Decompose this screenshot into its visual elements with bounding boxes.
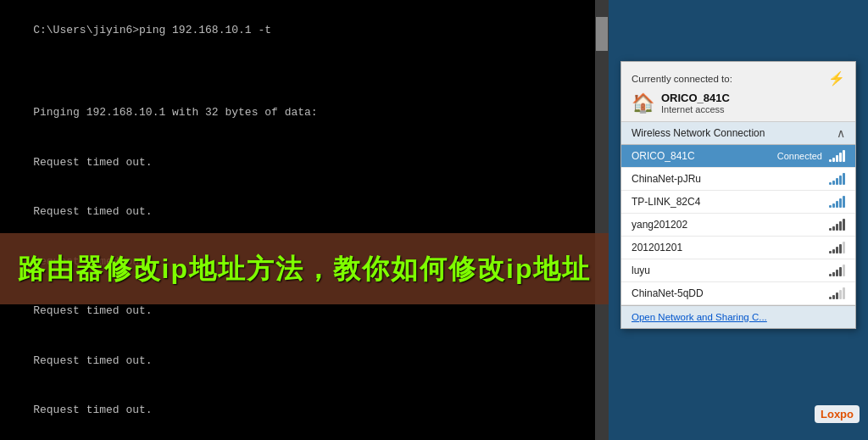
wifi-network-name-3: yang201202	[632, 219, 687, 231]
signal-icon-6	[829, 287, 845, 299]
cmd-prompt: C:\Users\jiyin6>ping 192.168.10.1 -t	[33, 24, 271, 36]
watermark-text: Loxpo	[821, 408, 854, 421]
connected-network-row: 🏠 ORICO_841C Internet access	[632, 92, 845, 114]
wifi-network-name-4: 201201201	[632, 242, 682, 253]
connected-network-name: ORICO_841C	[661, 92, 730, 104]
wifi-footer-text: Open Network and Sharing C...	[632, 312, 767, 322]
wifi-panel: Currently connected to: ⚡ 🏠 ORICO_841C I…	[609, 0, 868, 440]
lightning-icon: ⚡	[828, 70, 845, 86]
cmd-line5: Request timed out.	[33, 304, 152, 317]
cmd-line1: Pinging 192.168.10.1 with 32 bytes of da…	[33, 106, 317, 119]
cmd-line6: Request timed out.	[33, 354, 152, 367]
wifi-popup: Currently connected to: ⚡ 🏠 ORICO_841C I…	[620, 61, 856, 329]
watermark: Loxpo	[815, 405, 860, 423]
wifi-network-item-4[interactable]: 201201201	[621, 237, 855, 259]
wifi-network-name-1: ChinaNet-pJRu	[632, 173, 701, 185]
wifi-network-list: ORICO_841C Connected ChinaNet-pJRu	[621, 145, 855, 305]
wifi-network-name-5: luyu	[632, 265, 650, 276]
wifi-section-header[interactable]: Wireless Network Connection ∧	[621, 122, 855, 145]
signal-icon-4	[829, 242, 845, 253]
connected-label-text: Currently connected to:	[632, 74, 732, 84]
cmd-line2: Request timed out.	[33, 156, 152, 169]
banner-text: 路由器修改ip地址方法，教你如何修改ip地址	[18, 253, 592, 284]
connected-badge-0: Connected	[777, 151, 822, 161]
signal-icon-3	[829, 219, 845, 231]
wifi-network-name-2: TP-LINK_82C4	[632, 196, 700, 208]
cmd-line7: Request timed out.	[33, 404, 152, 416]
cmd-scrollbar[interactable]	[595, 0, 609, 440]
signal-icon-1	[829, 173, 845, 185]
cmd-line3: Request timed out.	[33, 205, 152, 218]
wifi-network-item-2[interactable]: TP-LINK_82C4	[621, 191, 855, 214]
wifi-network-item-0[interactable]: ORICO_841C Connected	[621, 145, 855, 168]
cmd-panel: C:\Users\jiyin6>ping 192.168.10.1 -t Pin…	[0, 0, 609, 440]
wifi-network-item-5[interactable]: luyu	[621, 259, 855, 282]
cmd-scrollbar-thumb[interactable]	[596, 17, 608, 51]
signal-icon-5	[829, 265, 845, 276]
section-label: Wireless Network Connection	[632, 127, 765, 139]
cmd-output: C:\Users\jiyin6>ping 192.168.10.1 -t Pin…	[7, 5, 602, 435]
wifi-network-item-3[interactable]: yang201202	[621, 214, 855, 237]
wifi-connected-section: Currently connected to: ⚡ 🏠 ORICO_841C I…	[621, 62, 855, 122]
wifi-footer-link[interactable]: Open Network and Sharing C...	[621, 305, 855, 328]
signal-icon-2	[829, 196, 845, 208]
article-banner: 路由器修改ip地址方法，教你如何修改ip地址	[0, 233, 609, 304]
wifi-network-name-6: ChinaNet-5qDD	[632, 287, 704, 299]
wifi-network-name-0: ORICO_841C	[632, 150, 695, 162]
wifi-network-item-1[interactable]: ChinaNet-pJRu	[621, 168, 855, 191]
chevron-up-icon: ∧	[837, 126, 845, 140]
signal-icon-0	[829, 150, 845, 162]
wifi-network-item-6[interactable]: ChinaNet-5qDD	[621, 282, 855, 305]
connected-network-status: Internet access	[661, 104, 730, 114]
house-icon: 🏠	[632, 92, 654, 114]
